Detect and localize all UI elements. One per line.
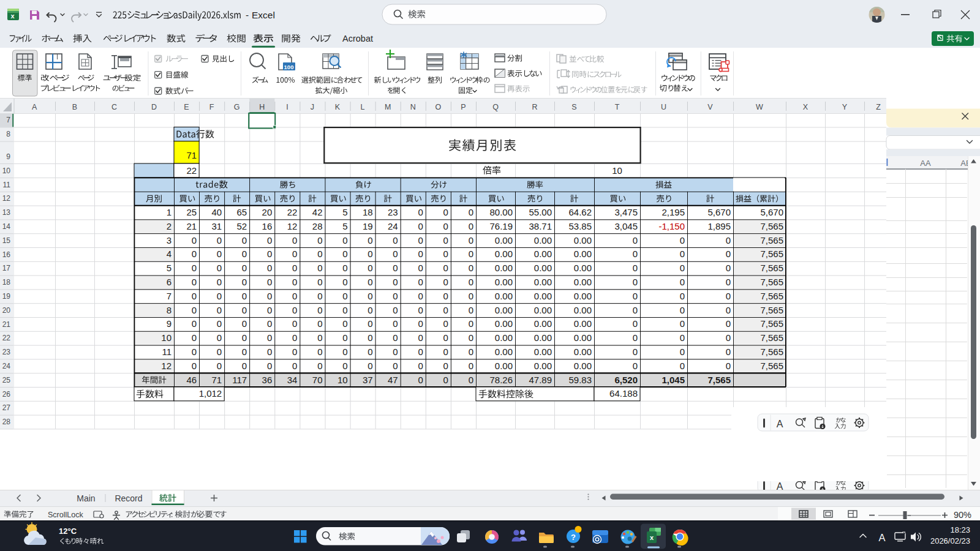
svg-text:7,565: 7,565 xyxy=(760,221,783,231)
svg-text:0: 0 xyxy=(192,305,197,315)
svg-text:0: 0 xyxy=(680,347,685,357)
svg-text:Main: Main xyxy=(77,493,95,503)
svg-text:0: 0 xyxy=(342,291,347,301)
svg-text:31: 31 xyxy=(212,221,222,231)
svg-text:0: 0 xyxy=(317,332,322,343)
svg-text:W: W xyxy=(756,103,763,111)
svg-text:G: G xyxy=(234,103,240,111)
svg-text:59.83: 59.83 xyxy=(568,375,592,385)
svg-text:0: 0 xyxy=(217,361,222,371)
svg-text:0: 0 xyxy=(443,361,448,371)
svg-text:0.00: 0.00 xyxy=(574,305,592,315)
svg-text:1,895: 1,895 xyxy=(707,221,731,231)
svg-text:15: 15 xyxy=(2,236,11,245)
svg-text:13: 13 xyxy=(2,208,11,217)
svg-text:E: E xyxy=(184,103,189,111)
svg-text:0: 0 xyxy=(726,318,731,329)
svg-text:78.26: 78.26 xyxy=(489,375,513,385)
svg-text:0: 0 xyxy=(418,332,423,343)
svg-text:0: 0 xyxy=(726,305,731,315)
svg-text:0: 0 xyxy=(469,235,473,246)
svg-text:0: 0 xyxy=(342,235,347,246)
svg-text:0: 0 xyxy=(680,361,685,371)
svg-text:O: O xyxy=(435,103,441,111)
svg-text:2,195: 2,195 xyxy=(662,207,685,217)
svg-text:0: 0 xyxy=(292,291,297,301)
svg-text:25: 25 xyxy=(186,207,197,217)
svg-text:0: 0 xyxy=(393,291,398,301)
svg-text:12: 12 xyxy=(2,194,11,203)
svg-text:I: I xyxy=(286,103,288,111)
svg-text:0: 0 xyxy=(469,375,473,385)
svg-text:7,565: 7,565 xyxy=(760,361,783,371)
svg-text:0: 0 xyxy=(192,277,197,287)
svg-text:10: 10 xyxy=(2,167,11,175)
svg-text:17: 17 xyxy=(2,264,11,272)
svg-text:0: 0 xyxy=(633,235,638,246)
svg-text:0: 0 xyxy=(292,235,297,246)
svg-text:3,475: 3,475 xyxy=(614,207,638,217)
svg-text:0: 0 xyxy=(443,207,448,217)
svg-text:26: 26 xyxy=(2,390,11,399)
svg-text:65: 65 xyxy=(237,207,247,217)
svg-text:0: 0 xyxy=(192,235,197,246)
svg-text:0: 0 xyxy=(192,249,197,259)
svg-text:0: 0 xyxy=(633,361,638,371)
svg-text:A: A xyxy=(878,532,885,543)
svg-text:1,045: 1,045 xyxy=(662,375,685,385)
svg-text:0: 0 xyxy=(469,347,473,357)
svg-text:0.00: 0.00 xyxy=(574,318,592,329)
svg-text:0: 0 xyxy=(443,332,448,343)
svg-text:0: 0 xyxy=(292,305,297,315)
svg-text:0: 0 xyxy=(726,347,731,357)
svg-text:0: 0 xyxy=(418,318,423,329)
svg-text:M: M xyxy=(385,103,391,111)
svg-text:0: 0 xyxy=(469,305,473,315)
svg-text:53.85: 53.85 xyxy=(568,221,592,231)
svg-text:0.00: 0.00 xyxy=(574,249,592,259)
svg-text:0: 0 xyxy=(242,347,247,357)
svg-text:0.00: 0.00 xyxy=(495,305,513,315)
svg-text:0: 0 xyxy=(680,318,685,329)
svg-text:0: 0 xyxy=(418,221,423,231)
svg-text:5,670: 5,670 xyxy=(760,207,783,217)
svg-text:0: 0 xyxy=(242,249,247,259)
svg-text:0: 0 xyxy=(469,277,473,287)
svg-text:0: 0 xyxy=(443,235,448,246)
svg-text:0.00: 0.00 xyxy=(534,235,552,246)
svg-text:0: 0 xyxy=(726,291,731,301)
svg-text:0: 0 xyxy=(418,347,423,357)
svg-text:0: 0 xyxy=(267,235,272,246)
svg-text:Acrobat: Acrobat xyxy=(342,34,373,43)
svg-text:0: 0 xyxy=(217,318,222,329)
svg-text:7,565: 7,565 xyxy=(760,291,783,301)
svg-text:8: 8 xyxy=(167,305,172,315)
svg-text:1: 1 xyxy=(167,207,172,217)
svg-text:0: 0 xyxy=(418,249,423,259)
svg-text:5: 5 xyxy=(342,207,347,217)
svg-text:D: D xyxy=(151,103,157,111)
svg-text:0: 0 xyxy=(217,332,222,343)
svg-text:0: 0 xyxy=(267,263,272,273)
svg-text:0: 0 xyxy=(469,221,473,231)
svg-text:S: S xyxy=(571,103,576,111)
svg-text:7,565: 7,565 xyxy=(760,235,783,246)
svg-text:0: 0 xyxy=(342,318,347,329)
svg-text:0: 0 xyxy=(469,249,473,259)
svg-text:P: P xyxy=(461,103,466,111)
svg-text:0.00: 0.00 xyxy=(534,361,552,371)
svg-text:0: 0 xyxy=(242,305,247,315)
svg-text:0: 0 xyxy=(418,277,423,287)
svg-text:22: 22 xyxy=(287,207,298,217)
svg-text:24: 24 xyxy=(2,362,11,370)
svg-text:0: 0 xyxy=(726,249,731,259)
svg-text:1,012: 1,012 xyxy=(199,388,222,399)
svg-text:0.00: 0.00 xyxy=(495,235,513,246)
svg-text:0: 0 xyxy=(680,332,685,343)
svg-text:0: 0 xyxy=(726,361,731,371)
svg-text:0: 0 xyxy=(267,305,272,315)
svg-text:21: 21 xyxy=(186,221,197,231)
svg-text:0: 0 xyxy=(368,277,372,287)
svg-text:R: R xyxy=(532,103,537,111)
svg-text:0.00: 0.00 xyxy=(574,332,592,343)
